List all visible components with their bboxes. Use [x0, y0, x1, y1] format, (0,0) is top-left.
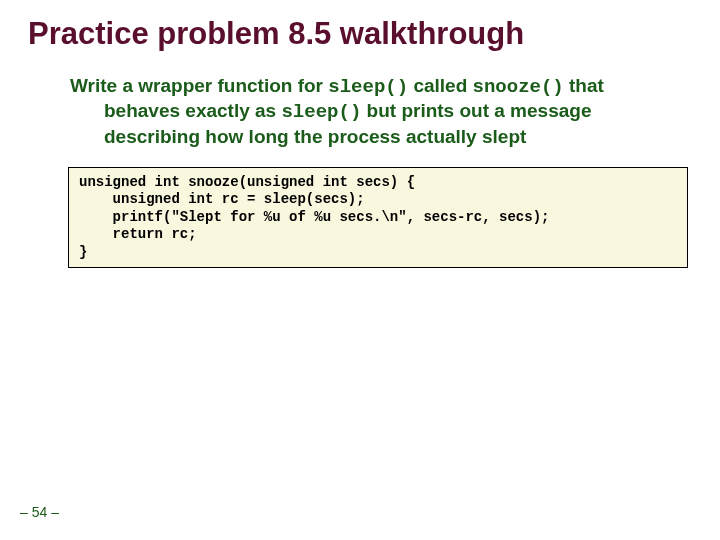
code-block: unsigned int snooze(unsigned int secs) {… [68, 167, 688, 269]
code-inline-sleep2: sleep() [281, 101, 361, 123]
code-inline-snooze: snooze() [473, 76, 564, 98]
text-segment: called [408, 75, 472, 96]
slide: Practice problem 8.5 walkthrough Write a… [0, 0, 720, 540]
page-number: – 54 – [20, 504, 59, 520]
problem-statement-line: Write a wrapper function for sleep() cal… [32, 74, 684, 149]
problem-statement: Write a wrapper function for sleep() cal… [28, 74, 692, 149]
code-content: unsigned int snooze(unsigned int secs) {… [79, 174, 677, 262]
code-inline-sleep1: sleep() [328, 76, 408, 98]
text-segment: Write a wrapper function for [70, 75, 328, 96]
slide-title: Practice problem 8.5 walkthrough [28, 16, 692, 52]
